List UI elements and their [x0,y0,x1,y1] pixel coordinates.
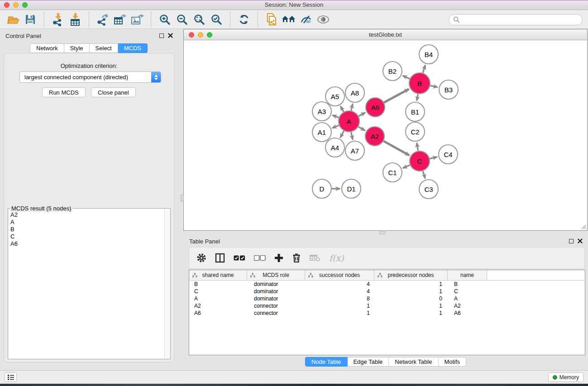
table-cell[interactable]: dominator [247,281,305,288]
graph-node-B3[interactable]: B3 [439,80,458,99]
delete-column-button[interactable] [292,253,301,263]
column-header-shared-name[interactable]: shared name [189,270,247,281]
export-table-button[interactable] [111,11,129,28]
graph-edge-A-A5[interactable] [340,106,344,112]
table-cell[interactable]: A6 [189,310,247,317]
graph-node-A[interactable]: A [339,111,359,132]
graph-edge-A6-B[interactable] [384,89,409,103]
import-network-button[interactable] [49,11,67,28]
graph-edge-C-C4[interactable] [430,157,437,159]
graph-edge-C-C1[interactable] [403,165,410,168]
clone-network-button[interactable] [263,11,280,28]
table-cell[interactable]: 4 [305,281,374,288]
graph-node-B[interactable]: B [409,73,430,94]
table-cell[interactable]: dominator [247,295,305,302]
column-header-successor-nodes[interactable]: successor nodes [305,270,374,281]
table-cell[interactable]: 0 [374,295,448,302]
table-cell[interactable]: connector [247,302,305,310]
float-panel-icon[interactable] [159,33,164,38]
table-cell[interactable]: 1 [374,288,448,295]
table-cell[interactable]: B [189,281,247,288]
tab-network[interactable]: Network [30,43,64,53]
table-row[interactable]: A6connector11A6 [189,310,585,317]
export-image-button[interactable] [129,11,146,28]
zoom-fit-button[interactable] [191,11,208,28]
zoom-selected-button[interactable] [208,11,225,28]
task-history-button[interactable] [5,372,17,382]
graph-node-A4[interactable]: A4 [325,138,344,157]
graph-node-C4[interactable]: C4 [439,145,458,164]
resize-grip-icon[interactable] [580,224,586,229]
graph-node-B2[interactable]: B2 [383,62,402,81]
optimization-select[interactable]: largest connected component (directed) [19,71,161,83]
networks-home-button[interactable] [280,11,297,28]
add-column-button[interactable] [274,253,283,262]
graph-edge-A2-C[interactable] [383,141,409,156]
node-table[interactable]: shared nameMCDS rolesuccessor nodesprede… [189,270,585,355]
graph-edge-A-A6[interactable] [359,113,365,116]
function-builder-button[interactable]: f(x) [329,253,344,263]
graph-node-A8[interactable]: A8 [345,83,364,102]
table-cell[interactable]: A [448,295,487,302]
graph-node-D1[interactable]: D1 [342,179,361,198]
style-button[interactable] [297,11,315,28]
zoom-out-button[interactable] [173,11,191,28]
delete-table-button[interactable] [310,254,320,262]
list-item[interactable]: A [9,219,164,226]
column-header-MCDS-role[interactable]: MCDS role [247,270,305,281]
graph-edge-B-B3[interactable] [430,86,437,87]
close-table-panel-icon[interactable] [578,238,583,243]
table-cell[interactable]: B [448,281,487,288]
result-scrollbar[interactable] [164,209,170,359]
graph-edge-A-A2[interactable] [359,127,365,130]
export-network-button[interactable] [94,11,111,28]
vertical-splitter-handle[interactable] [181,195,184,201]
save-session-button[interactable] [22,11,39,28]
table-cell[interactable]: 1 [305,310,374,317]
table-cell[interactable]: A6 [448,310,487,317]
graph-node-A1[interactable]: A1 [312,123,331,142]
list-item[interactable]: B [9,226,164,233]
deselect-all-button[interactable] [254,255,266,261]
column-header-predecessor-nodes[interactable]: predecessor nodes [374,270,448,281]
graph-node-C[interactable]: C [410,151,430,171]
graph-edge-A-A1[interactable] [332,125,339,128]
table-cell[interactable]: A2 [189,302,247,310]
horizontal-splitter-handle[interactable] [379,231,386,234]
run-mcds-button[interactable]: Run MCDS [42,87,86,97]
eye-button[interactable] [315,11,332,28]
graph-edge-A-A4[interactable] [340,131,344,138]
table-row[interactable]: Cdominator41C [189,288,585,295]
open-session-button[interactable] [5,11,22,28]
graph-edge-B-B1[interactable] [417,94,418,101]
graph-node-B1[interactable]: B1 [406,102,425,121]
import-table-button[interactable] [67,11,84,28]
tab-motifs[interactable]: Motifs [438,357,466,367]
table-cell[interactable]: dominator [247,288,305,295]
network-canvas[interactable]: A5A8A3A1A4A7AA6A2B2B4BB3B1C2CC4C1C3DD1 [184,40,587,230]
table-cell[interactable]: 1 [374,302,448,310]
table-row[interactable]: Adominator80A [189,295,585,302]
table-cell[interactable]: 1 [374,281,448,288]
graph-edge-A-A3[interactable] [332,115,339,118]
list-item[interactable]: C [9,233,164,240]
graph-node-A2[interactable]: A2 [365,127,384,146]
table-settings-button[interactable] [196,253,206,263]
tab-mcds[interactable]: MCDS [118,43,148,53]
graph-node-C3[interactable]: C3 [419,180,438,199]
table-cell[interactable]: A2 [448,302,487,310]
list-item[interactable]: A2 [9,211,164,219]
tab-style[interactable]: Style [64,43,90,53]
graph-node-B4[interactable]: B4 [419,45,438,64]
table-cell[interactable]: connector [247,310,305,317]
table-cell[interactable]: 1 [374,310,448,317]
graph-edge-C-C3[interactable] [423,171,425,178]
network-window-titlebar[interactable]: testGlobe.txt [184,29,587,40]
table-cell[interactable]: C [448,288,487,295]
tab-edge-table[interactable]: Edge Table [347,357,389,367]
graph-node-D[interactable]: D [312,179,331,198]
table-cell[interactable]: 1 [305,302,374,310]
column-header-name[interactable]: name [448,270,487,281]
graph-edge-B-B4[interactable] [423,65,425,73]
graph-node-A5[interactable]: A5 [325,87,344,106]
